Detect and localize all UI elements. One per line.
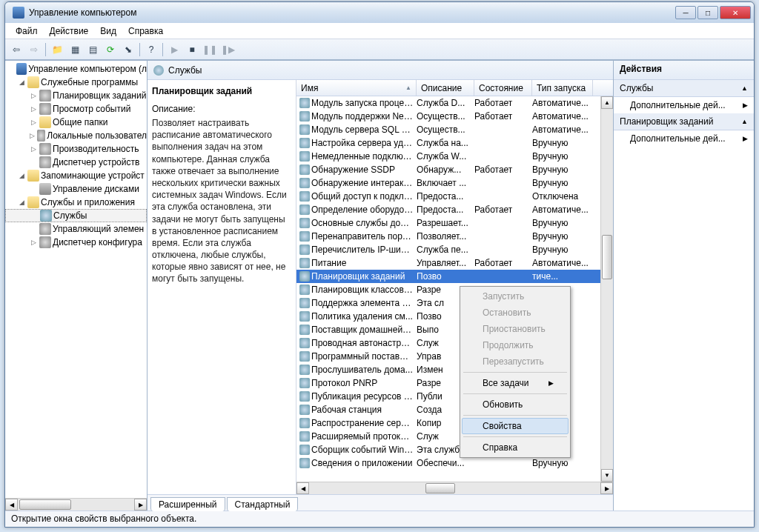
actions-more-scheduler[interactable]: Дополнительные дей...▶ bbox=[614, 130, 754, 147]
up-button[interactable]: 📁 bbox=[49, 41, 65, 58]
col-state[interactable]: Состояние bbox=[474, 80, 532, 96]
node-label: Общие папки bbox=[53, 117, 107, 127]
play-button[interactable]: ▶ bbox=[166, 41, 182, 58]
tree-node[interactable]: Управляющий элемен bbox=[5, 222, 147, 236]
service-row[interactable]: Сведения о приложенииОбеспечи...Вручную bbox=[296, 456, 613, 470]
props-button[interactable]: ▦ bbox=[67, 41, 83, 58]
twisty-icon[interactable]: ▷ bbox=[29, 132, 36, 139]
service-row[interactable]: Планировщик заданийПозвотиче... bbox=[296, 270, 613, 283]
tree-node[interactable]: Управление компьютером (л bbox=[5, 62, 147, 76]
scroll-right-icon[interactable]: ▶ bbox=[600, 482, 613, 494]
node-icon bbox=[39, 90, 51, 102]
service-row[interactable]: Перечислитель IP-шин ...Служба пе...Вруч… bbox=[296, 243, 613, 256]
titlebar[interactable]: Управление компьютером ─ □ ✕ bbox=[5, 2, 754, 23]
export-button[interactable]: ▤ bbox=[84, 41, 101, 58]
service-row[interactable]: Обнаружение SSDPОбнаруж...РаботаетВручну… bbox=[296, 163, 613, 176]
restart-button[interactable]: ❚▶ bbox=[219, 41, 236, 58]
scroll-thumb[interactable] bbox=[425, 483, 455, 493]
ctx-properties[interactable]: Свойства bbox=[462, 418, 569, 434]
service-desc: Служба W... bbox=[417, 151, 474, 162]
service-row[interactable]: Определение оборудова...Предоста...Работ… bbox=[296, 203, 613, 216]
ctx-pause[interactable]: Приостановить bbox=[462, 321, 569, 337]
tree-node[interactable]: ▷Общие папки bbox=[5, 116, 147, 129]
scroll-thumb[interactable] bbox=[602, 235, 612, 279]
tab-standard[interactable]: Стандартный bbox=[227, 497, 299, 511]
twisty-icon[interactable]: ◢ bbox=[17, 79, 26, 86]
service-row[interactable]: Модуль поддержки NetB...Осуществ...Работ… bbox=[296, 110, 613, 123]
actions-section-scheduler[interactable]: Планировщик заданий▲ bbox=[614, 113, 754, 130]
service-startup: Автоматиче... bbox=[532, 98, 593, 108]
tree-node[interactable]: ▷Локальные пользовател bbox=[5, 129, 147, 142]
actions-section-services[interactable]: Службы▲ bbox=[614, 80, 754, 97]
ctx-refresh[interactable]: Обновить bbox=[462, 396, 569, 413]
tree-node[interactable]: Диспетчер устройств bbox=[5, 156, 147, 169]
col-name[interactable]: Имя▲ bbox=[296, 80, 417, 96]
service-desc: Обеспечи... bbox=[417, 458, 474, 468]
scroll-down-icon[interactable]: ▼ bbox=[601, 469, 613, 482]
service-icon bbox=[299, 338, 310, 348]
tree-node[interactable]: Службы bbox=[5, 209, 147, 222]
col-description[interactable]: Описание bbox=[417, 80, 474, 96]
tab-extended[interactable]: Расширенный bbox=[150, 497, 225, 511]
help-button[interactable]: ? bbox=[143, 41, 159, 58]
tree-node[interactable]: ▷Планировщик заданий bbox=[5, 89, 147, 102]
node-icon bbox=[39, 103, 51, 115]
ctx-start[interactable]: Запустить bbox=[462, 288, 569, 305]
service-row[interactable]: Настройка сервера удал...Служба на...Вру… bbox=[296, 136, 613, 150]
tree-node[interactable]: ▷Диспетчер конфигура bbox=[5, 236, 147, 249]
scroll-thumb[interactable] bbox=[19, 499, 71, 510]
back-button[interactable]: ⇦ bbox=[8, 41, 24, 58]
tree-node[interactable]: ▷Производительность bbox=[5, 142, 147, 156]
service-row[interactable]: Модуль сервера SQL Ser...Осуществ...Авто… bbox=[296, 123, 613, 136]
refresh-button[interactable]: ⟳ bbox=[102, 41, 119, 58]
node-icon bbox=[39, 223, 51, 235]
twisty-icon[interactable]: ▷ bbox=[29, 105, 38, 113]
menu-file[interactable]: Файл bbox=[10, 24, 44, 38]
scroll-left-icon[interactable]: ◀ bbox=[5, 499, 18, 511]
twisty-icon[interactable]: ▷ bbox=[29, 92, 38, 99]
pause-button[interactable]: ❚❚ bbox=[202, 41, 218, 58]
minimize-button[interactable]: ─ bbox=[675, 6, 696, 19]
stop-button[interactable]: ■ bbox=[184, 41, 200, 58]
service-row[interactable]: Основные службы дове...Разрешает...Вручн… bbox=[296, 216, 613, 230]
tree-node[interactable]: Управление дисками bbox=[5, 182, 147, 196]
ctx-stop[interactable]: Остановить bbox=[462, 305, 569, 321]
menu-view[interactable]: Вид bbox=[94, 24, 122, 38]
menu-action[interactable]: Действие bbox=[44, 24, 95, 38]
close-button[interactable]: ✕ bbox=[720, 6, 751, 19]
twisty-icon[interactable]: ▷ bbox=[29, 119, 38, 126]
tree-node[interactable]: ▷Просмотр событий bbox=[5, 102, 147, 116]
scroll-right-icon[interactable]: ▶ bbox=[134, 499, 147, 511]
ctx-alltasks[interactable]: Все задачи▶ bbox=[462, 375, 569, 391]
service-row[interactable]: Модуль запуска процесс...Служба D...Рабо… bbox=[296, 96, 613, 110]
ctx-restart[interactable]: Перезапустить bbox=[462, 353, 569, 370]
scroll-up-icon[interactable]: ▲ bbox=[601, 96, 613, 109]
tree-hscrollbar[interactable]: ◀ ▶ bbox=[5, 498, 147, 511]
twisty-icon[interactable]: ◢ bbox=[17, 172, 26, 179]
twisty-icon[interactable]: ▷ bbox=[29, 145, 38, 153]
service-row[interactable]: ПитаниеУправляет...РаботаетАвтоматиче... bbox=[296, 256, 613, 270]
service-row[interactable]: Обнаружение интеракти...Включает ...Вруч… bbox=[296, 176, 613, 190]
menu-help[interactable]: Справка bbox=[122, 24, 169, 38]
tree-node[interactable]: ◢Служебные программы bbox=[5, 76, 147, 89]
service-icon bbox=[299, 351, 310, 362]
node-label: Локальные пользовател bbox=[47, 130, 147, 141]
forward-button[interactable]: ⇨ bbox=[26, 41, 42, 58]
maximize-button[interactable]: □ bbox=[697, 6, 718, 19]
twisty-icon[interactable]: ▷ bbox=[29, 239, 38, 246]
service-row[interactable]: Общий доступ к подклю...Предоста...Отклю… bbox=[296, 190, 613, 203]
ctx-resume[interactable]: Продолжить bbox=[462, 337, 569, 353]
service-row[interactable]: Немедленные подключе...Служба W...Вручну… bbox=[296, 150, 613, 163]
tree-node[interactable]: ◢Запоминающие устройст bbox=[5, 169, 147, 182]
scroll-left-icon[interactable]: ◀ bbox=[296, 482, 309, 494]
sort-asc-icon: ▲ bbox=[405, 84, 411, 91]
export2-button[interactable]: ⬊ bbox=[120, 41, 136, 58]
list-hscrollbar[interactable]: ◀ ▶ bbox=[296, 482, 613, 494]
service-row[interactable]: Перенаправитель порто...Позволяет...Вруч… bbox=[296, 230, 613, 243]
twisty-icon[interactable]: ◢ bbox=[17, 199, 26, 206]
col-startup[interactable]: Тип запуска bbox=[532, 80, 593, 96]
ctx-help[interactable]: Справка bbox=[462, 439, 569, 456]
actions-more-services[interactable]: Дополнительные дей...▶ bbox=[614, 97, 754, 113]
list-vscrollbar[interactable]: ▲ ▼ bbox=[600, 96, 613, 482]
tree-node[interactable]: ◢Службы и приложения bbox=[5, 196, 147, 209]
